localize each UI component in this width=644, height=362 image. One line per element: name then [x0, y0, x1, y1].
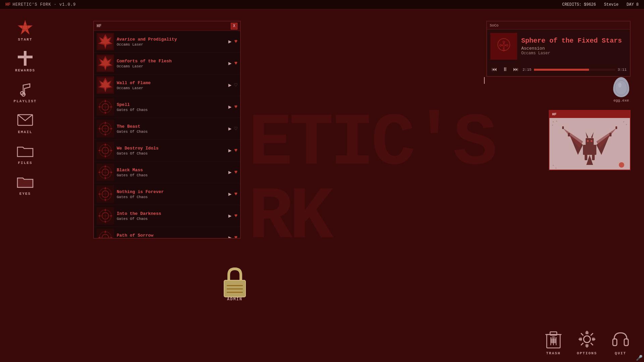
- track-thumbnail: [97, 185, 114, 203]
- track-row[interactable]: Black Mass Gates Of Chaos ▶ ♥: [94, 162, 240, 183]
- track-thumbnail: [97, 76, 114, 94]
- sidebar-item-files[interactable]: FILES: [12, 139, 38, 168]
- svg-rect-101: [591, 140, 592, 142]
- player-progress-bar[interactable]: [534, 69, 615, 71]
- track-info: Spell Gates Of Chaos: [117, 102, 226, 112]
- track-controls: ▶ ♥: [228, 169, 237, 176]
- track-play-button[interactable]: ▶: [228, 38, 232, 45]
- track-row[interactable]: Comforts of the Flesh Occams Laser ▶ ♥: [94, 53, 240, 74]
- svg-line-140: [591, 343, 593, 345]
- track-like-button[interactable]: ♥: [234, 147, 237, 154]
- music-note-icon: [16, 80, 34, 98]
- track-play-button[interactable]: ▶: [228, 82, 232, 88]
- player-time-current: 2:15: [523, 68, 531, 72]
- svg-rect-99: [586, 138, 594, 146]
- player-album-art: ♱: [490, 33, 517, 60]
- player-pause-button[interactable]: ⏸: [501, 66, 509, 73]
- track-like-button[interactable]: ♥: [234, 39, 237, 45]
- track-play-button[interactable]: ▶: [228, 147, 232, 154]
- admin-icon[interactable]: ADMIN: [221, 265, 248, 302]
- sidebar-item-start[interactable]: START: [12, 16, 38, 44]
- track-row[interactable]: Wall of Flame Occams Laser ▶ ♡: [94, 74, 240, 96]
- track-row[interactable]: The Beast Gates Of Chaos ▶ ♡: [94, 118, 240, 140]
- track-like-button[interactable]: ♥: [234, 213, 237, 219]
- quit-icon-button[interactable]: QUIT: [610, 329, 631, 355]
- track-like-button[interactable]: ♥: [234, 191, 237, 197]
- track-like-button[interactable]: ♥: [234, 169, 237, 175]
- map-body: [549, 118, 630, 170]
- track-row[interactable]: Spell Gates Of Chaos ▶ ♥: [94, 96, 240, 118]
- track-name: Spell: [117, 102, 226, 107]
- svg-rect-148: [624, 339, 628, 346]
- sidebar-item-email-label: EMAIL: [18, 130, 32, 134]
- sidebar-item-playlist[interactable]: PLAYLIST: [10, 78, 41, 106]
- track-like-button[interactable]: ♥: [234, 60, 237, 66]
- track-info: Nothing is Forever Gates Of Chaos: [117, 189, 226, 199]
- admin-lock-visual: [221, 265, 248, 296]
- player-time-total: 3:11: [618, 68, 627, 72]
- track-like-button[interactable]: ♥: [234, 235, 237, 238]
- track-play-button[interactable]: ▶: [228, 213, 232, 219]
- track-row[interactable]: Avarice and Prodigality Occams Laser ▶ ♥: [94, 31, 240, 53]
- cross-icon: [16, 50, 34, 67]
- track-play-button[interactable]: ▶: [228, 104, 232, 110]
- track-play-button[interactable]: ▶: [228, 125, 232, 132]
- sidebar-item-rewards[interactable]: REWARDS: [11, 47, 39, 75]
- track-row[interactable]: Path of Sorrow Gates Of Chaos ▶ ♥: [94, 227, 240, 238]
- svg-rect-98: [583, 145, 596, 155]
- player-progress-fill: [534, 69, 589, 71]
- track-artist: Gates Of Chaos: [117, 217, 226, 221]
- track-artist: Occams Laser: [117, 64, 226, 68]
- trash-icon: [543, 329, 564, 349]
- map-window: HF: [549, 110, 631, 170]
- player-prev-button[interactable]: ⏮: [490, 66, 498, 73]
- map-titlebar: HF: [549, 111, 630, 118]
- track-like-button[interactable]: ♡: [234, 82, 237, 88]
- track-play-button[interactable]: ▶: [228, 169, 232, 176]
- map-window-title: HF: [552, 112, 556, 116]
- topbar-title: HERETIC'S FORK · v1.0.9: [13, 2, 76, 7]
- track-name: Path of Sorrow: [117, 233, 226, 238]
- trash-icon-button[interactable]: TRASH: [543, 329, 564, 355]
- svg-rect-116: [553, 121, 554, 122]
- track-thumbnail: [97, 98, 114, 116]
- player-needle: [484, 77, 485, 84]
- sidebar-item-email[interactable]: EMAIL: [12, 109, 38, 137]
- track-like-button[interactable]: ♡: [234, 125, 237, 132]
- track-artist: Occams Laser: [117, 86, 226, 90]
- player-next-button[interactable]: ⏭: [512, 66, 520, 73]
- player-info: Sphere of the Fixed Stars Ascension Occa…: [521, 37, 627, 56]
- track-artist: Gates Of Chaos: [117, 173, 226, 177]
- egg-visual: [613, 77, 629, 97]
- track-controls: ▶ ♥: [228, 234, 237, 238]
- player-song-title: Sphere of the Fixed Stars: [521, 37, 627, 45]
- sidebar: START REWARDS PLAYLIST EMAIL: [0, 9, 50, 362]
- track-row[interactable]: We Destroy Idols Gates Of Chaos ▶ ♥: [94, 140, 240, 162]
- music-player: SoCo ♱ Sphere of the Fixed Stars Ascensi…: [486, 21, 631, 77]
- playlist-content[interactable]: Avarice and Prodigality Occams Laser ▶ ♥…: [94, 31, 240, 238]
- svg-rect-109: [568, 133, 570, 136]
- options-icon-button[interactable]: OPTIONS: [577, 329, 597, 355]
- track-row[interactable]: Nothing is Forever Gates Of Chaos ▶ ♥: [94, 183, 240, 205]
- star-icon: [16, 19, 34, 36]
- svg-point-96: [618, 83, 622, 87]
- track-name: Into the Darkness: [117, 211, 226, 216]
- track-controls: ▶ ♥: [228, 147, 237, 154]
- egg-label: egg.exe: [613, 99, 629, 103]
- track-name: Avarice and Prodigality: [117, 37, 226, 42]
- track-play-button[interactable]: ▶: [228, 60, 232, 67]
- track-thumbnail: [97, 229, 114, 238]
- track-row[interactable]: Into the Darkness Gates Of Chaos ▶ ♥: [94, 205, 240, 227]
- track-play-button[interactable]: ▶: [228, 234, 232, 238]
- svg-rect-106: [585, 154, 587, 160]
- quit-label: QUIT: [615, 351, 626, 355]
- player-artist: Occams Laser: [521, 51, 627, 56]
- sidebar-item-start-label: START: [18, 38, 32, 42]
- egg-icon[interactable]: egg.exe: [613, 77, 629, 103]
- sidebar-item-eyes[interactable]: EYES: [12, 170, 38, 198]
- svg-rect-147: [613, 339, 617, 346]
- track-like-button[interactable]: ♥: [234, 104, 237, 110]
- track-play-button[interactable]: ▶: [228, 191, 232, 197]
- playlist-close-button[interactable]: X: [231, 23, 237, 29]
- track-thumbnail: [97, 33, 114, 50]
